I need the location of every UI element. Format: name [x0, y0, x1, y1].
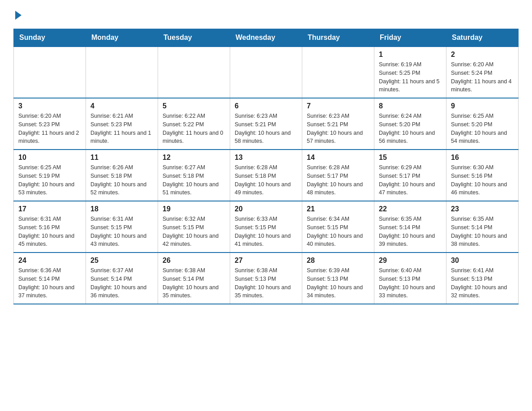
calendar-cell [302, 47, 374, 98]
day-number: 30 [451, 257, 514, 265]
day-info: Sunrise: 6:38 AMSunset: 5:14 PMDaylight:… [163, 266, 225, 300]
day-info: Sunrise: 6:22 AMSunset: 5:22 PMDaylight:… [163, 112, 225, 146]
calendar-header-row: SundayMondayTuesdayWednesdayThursdayFrid… [14, 29, 519, 47]
day-number: 16 [451, 154, 514, 162]
day-number: 4 [90, 102, 153, 110]
calendar-cell: 9Sunrise: 6:25 AMSunset: 5:20 PMDaylight… [446, 98, 519, 150]
calendar-cell: 6Sunrise: 6:23 AMSunset: 5:21 PMDaylight… [230, 98, 302, 150]
day-info: Sunrise: 6:35 AMSunset: 5:14 PMDaylight:… [379, 215, 442, 248]
calendar-cell: 28Sunrise: 6:39 AMSunset: 5:13 PMDayligh… [302, 253, 374, 304]
calendar-cell: 16Sunrise: 6:30 AMSunset: 5:16 PMDayligh… [446, 150, 519, 201]
calendar-cell: 24Sunrise: 6:36 AMSunset: 5:14 PMDayligh… [14, 253, 86, 304]
day-number: 15 [379, 154, 442, 162]
calendar-cell: 20Sunrise: 6:33 AMSunset: 5:15 PMDayligh… [230, 201, 302, 253]
day-info: Sunrise: 6:39 AMSunset: 5:13 PMDaylight:… [307, 266, 369, 300]
calendar-header-saturday: Saturday [446, 29, 519, 47]
day-number: 25 [90, 257, 153, 265]
day-number: 1 [379, 51, 442, 59]
day-info: Sunrise: 6:31 AMSunset: 5:15 PMDaylight:… [90, 215, 153, 248]
calendar-header-tuesday: Tuesday [158, 29, 230, 47]
day-info: Sunrise: 6:33 AMSunset: 5:15 PMDaylight:… [235, 215, 297, 248]
calendar-cell: 4Sunrise: 6:21 AMSunset: 5:23 PMDaylight… [86, 98, 158, 150]
calendar-cell: 5Sunrise: 6:22 AMSunset: 5:22 PMDaylight… [158, 98, 230, 150]
day-info: Sunrise: 6:19 AMSunset: 5:25 PMDaylight:… [379, 60, 442, 94]
day-number: 17 [18, 205, 81, 213]
day-info: Sunrise: 6:26 AMSunset: 5:18 PMDaylight:… [90, 163, 153, 197]
day-info: Sunrise: 6:23 AMSunset: 5:21 PMDaylight:… [307, 112, 369, 146]
day-info: Sunrise: 6:41 AMSunset: 5:13 PMDaylight:… [451, 266, 514, 300]
calendar-week-row: 10Sunrise: 6:25 AMSunset: 5:19 PMDayligh… [14, 150, 519, 201]
day-number: 10 [18, 154, 81, 162]
day-info: Sunrise: 6:27 AMSunset: 5:18 PMDaylight:… [163, 163, 225, 197]
calendar-cell: 26Sunrise: 6:38 AMSunset: 5:14 PMDayligh… [158, 253, 230, 304]
calendar-table: SundayMondayTuesdayWednesdayThursdayFrid… [13, 29, 519, 304]
calendar-header-friday: Friday [374, 29, 446, 47]
day-info: Sunrise: 6:25 AMSunset: 5:20 PMDaylight:… [451, 112, 514, 146]
day-info: Sunrise: 6:32 AMSunset: 5:15 PMDaylight:… [163, 215, 225, 248]
calendar-week-row: 24Sunrise: 6:36 AMSunset: 5:14 PMDayligh… [14, 253, 519, 304]
day-number: 9 [451, 102, 514, 110]
calendar-cell: 15Sunrise: 6:29 AMSunset: 5:17 PMDayligh… [374, 150, 446, 201]
calendar-cell: 8Sunrise: 6:24 AMSunset: 5:20 PMDaylight… [374, 98, 446, 150]
calendar-week-row: 17Sunrise: 6:31 AMSunset: 5:16 PMDayligh… [14, 201, 519, 253]
day-info: Sunrise: 6:28 AMSunset: 5:18 PMDaylight:… [235, 163, 297, 197]
day-number: 29 [379, 257, 442, 265]
day-info: Sunrise: 6:34 AMSunset: 5:15 PMDaylight:… [307, 215, 369, 248]
calendar-cell: 19Sunrise: 6:32 AMSunset: 5:15 PMDayligh… [158, 201, 230, 253]
day-info: Sunrise: 6:37 AMSunset: 5:14 PMDaylight:… [90, 266, 153, 300]
day-number: 18 [90, 205, 153, 213]
day-number: 6 [235, 102, 297, 110]
day-number: 26 [163, 257, 225, 265]
day-number: 11 [90, 154, 153, 162]
calendar-cell: 30Sunrise: 6:41 AMSunset: 5:13 PMDayligh… [446, 253, 519, 304]
calendar-header-wednesday: Wednesday [230, 29, 302, 47]
calendar-cell: 27Sunrise: 6:38 AMSunset: 5:13 PMDayligh… [230, 253, 302, 304]
day-number: 21 [307, 205, 369, 213]
day-number: 22 [379, 205, 442, 213]
page-header [13, 9, 519, 20]
day-info: Sunrise: 6:35 AMSunset: 5:14 PMDaylight:… [451, 215, 514, 248]
calendar-cell [158, 47, 230, 98]
day-number: 8 [379, 102, 442, 110]
calendar-cell: 22Sunrise: 6:35 AMSunset: 5:14 PMDayligh… [374, 201, 446, 253]
day-number: 23 [451, 205, 514, 213]
calendar-cell: 11Sunrise: 6:26 AMSunset: 5:18 PMDayligh… [86, 150, 158, 201]
logo-arrow-icon [15, 11, 21, 20]
calendar-cell: 17Sunrise: 6:31 AMSunset: 5:16 PMDayligh… [14, 201, 86, 253]
calendar-week-row: 3Sunrise: 6:20 AMSunset: 5:23 PMDaylight… [14, 98, 519, 150]
day-number: 24 [18, 257, 81, 265]
day-info: Sunrise: 6:36 AMSunset: 5:14 PMDaylight:… [18, 266, 81, 300]
calendar-cell: 29Sunrise: 6:40 AMSunset: 5:13 PMDayligh… [374, 253, 446, 304]
logo [13, 9, 21, 20]
day-info: Sunrise: 6:20 AMSunset: 5:23 PMDaylight:… [18, 112, 81, 146]
day-info: Sunrise: 6:40 AMSunset: 5:13 PMDaylight:… [379, 266, 442, 300]
day-number: 12 [163, 154, 225, 162]
day-info: Sunrise: 6:21 AMSunset: 5:23 PMDaylight:… [90, 112, 153, 146]
calendar-header-sunday: Sunday [14, 29, 86, 47]
day-number: 19 [163, 205, 225, 213]
day-info: Sunrise: 6:23 AMSunset: 5:21 PMDaylight:… [235, 112, 297, 146]
calendar-cell [14, 47, 86, 98]
calendar-week-row: 1Sunrise: 6:19 AMSunset: 5:25 PMDaylight… [14, 47, 519, 98]
day-info: Sunrise: 6:25 AMSunset: 5:19 PMDaylight:… [18, 163, 81, 197]
calendar-cell: 25Sunrise: 6:37 AMSunset: 5:14 PMDayligh… [86, 253, 158, 304]
calendar-cell: 14Sunrise: 6:28 AMSunset: 5:17 PMDayligh… [302, 150, 374, 201]
day-info: Sunrise: 6:31 AMSunset: 5:16 PMDaylight:… [18, 215, 81, 248]
calendar-cell [230, 47, 302, 98]
calendar-cell: 12Sunrise: 6:27 AMSunset: 5:18 PMDayligh… [158, 150, 230, 201]
day-info: Sunrise: 6:28 AMSunset: 5:17 PMDaylight:… [307, 163, 369, 197]
day-info: Sunrise: 6:20 AMSunset: 5:24 PMDaylight:… [451, 60, 514, 94]
day-number: 13 [235, 154, 297, 162]
calendar-cell: 1Sunrise: 6:19 AMSunset: 5:25 PMDaylight… [374, 47, 446, 98]
day-number: 3 [18, 102, 81, 110]
calendar-cell: 7Sunrise: 6:23 AMSunset: 5:21 PMDaylight… [302, 98, 374, 150]
calendar-cell: 23Sunrise: 6:35 AMSunset: 5:14 PMDayligh… [446, 201, 519, 253]
calendar-cell: 2Sunrise: 6:20 AMSunset: 5:24 PMDaylight… [446, 47, 519, 98]
day-info: Sunrise: 6:38 AMSunset: 5:13 PMDaylight:… [235, 266, 297, 300]
calendar-cell [86, 47, 158, 98]
calendar-cell: 21Sunrise: 6:34 AMSunset: 5:15 PMDayligh… [302, 201, 374, 253]
day-number: 14 [307, 154, 369, 162]
calendar-cell: 10Sunrise: 6:25 AMSunset: 5:19 PMDayligh… [14, 150, 86, 201]
calendar-header-monday: Monday [86, 29, 158, 47]
calendar-cell: 13Sunrise: 6:28 AMSunset: 5:18 PMDayligh… [230, 150, 302, 201]
